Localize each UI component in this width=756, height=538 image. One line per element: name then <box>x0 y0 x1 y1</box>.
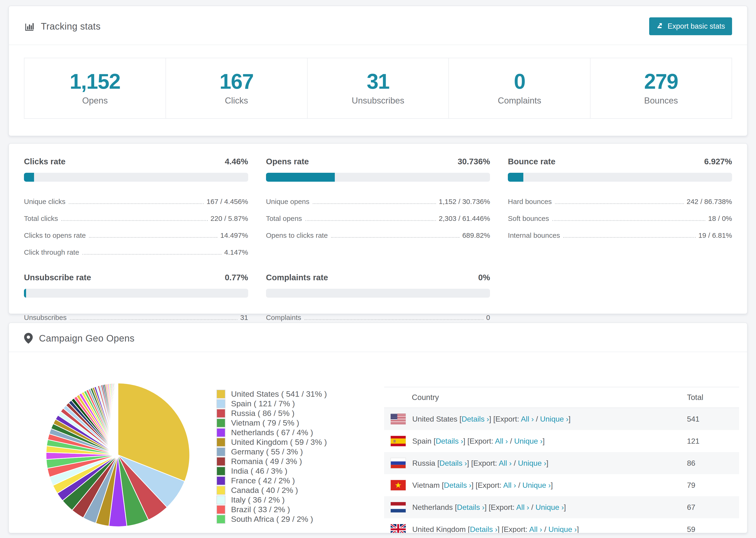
legend-swatch <box>216 515 225 524</box>
export-all-link[interactable]: All › <box>516 503 529 511</box>
rate-value: 0% <box>478 273 490 282</box>
rate-title: Opens rate <box>266 157 309 166</box>
rate-title: Complaints rate <box>266 273 328 282</box>
export-unique-link[interactable]: Unique › <box>522 481 551 489</box>
details-link[interactable]: Details › <box>436 437 463 445</box>
geo-table-row-ru: Russia [Details ›] [Export: All › / Uniq… <box>384 452 739 474</box>
legend-item-france[interactable]: France ( 42 / 2% ) <box>216 476 327 485</box>
flag-icon-vn <box>391 480 406 490</box>
export-unique-link[interactable]: Unique › <box>549 525 577 534</box>
dotted-leader <box>69 203 204 204</box>
legend-swatch <box>216 486 225 495</box>
details-link[interactable]: Details › <box>457 503 484 511</box>
stat-value: 1,152 <box>70 71 120 92</box>
legend-swatch <box>216 409 225 418</box>
country-name: Vietnam <box>412 481 440 489</box>
stat-label: Opens <box>82 96 108 106</box>
tracking-stats-title: Tracking stats <box>24 21 100 32</box>
export-all-link[interactable]: All › <box>499 459 512 467</box>
stat-value: 0 <box>514 71 525 92</box>
legend-label: Romania ( 49 / 3% ) <box>231 457 302 466</box>
legend-item-spain[interactable]: Spain ( 121 / 7% ) <box>216 399 327 408</box>
legend-label: South Africa ( 29 / 2% ) <box>231 514 313 524</box>
total-cell: 67 <box>687 503 695 512</box>
details-link[interactable]: Details › <box>440 459 467 467</box>
details-link[interactable]: Details › <box>444 481 471 489</box>
rate-detail-row: Opens to clicks rate689.82% <box>266 223 490 240</box>
dotted-leader <box>555 203 684 204</box>
legend-swatch <box>216 438 225 447</box>
legend-item-south-africa[interactable]: South Africa ( 29 / 2% ) <box>216 514 327 524</box>
rate-value: 30.736% <box>458 157 490 166</box>
export-all-link[interactable]: All › <box>495 437 508 445</box>
dotted-leader <box>552 220 705 221</box>
rate-progress-bar <box>266 289 490 297</box>
rate-detail-value: 1,152 / 30.736% <box>439 198 490 206</box>
export-all-link[interactable]: All › <box>529 525 542 534</box>
rate-detail-value: 31 <box>240 314 248 322</box>
total-column-header: Total <box>687 393 703 402</box>
legend-item-romania[interactable]: Romania ( 49 / 3% ) <box>216 457 327 466</box>
legend-label: Spain ( 121 / 7% ) <box>231 399 295 408</box>
legend-item-netherlands[interactable]: Netherlands ( 67 / 4% ) <box>216 428 327 437</box>
legend-item-germany[interactable]: Germany ( 55 / 3% ) <box>216 447 327 457</box>
dashboard-page: { "accent_color": "#1b8ba3", "link_color… <box>0 0 756 538</box>
legend-item-vietnam[interactable]: Vietnam ( 79 / 5% ) <box>216 418 327 428</box>
geo-opens-pie-chart <box>44 381 192 529</box>
total-cell: 59 <box>687 525 695 534</box>
legend-label: Germany ( 55 / 3% ) <box>231 447 303 456</box>
export-unique-link[interactable]: Unique › <box>540 415 568 423</box>
stat-label: Unsubscribes <box>352 96 404 106</box>
legend-item-united-states[interactable]: United States ( 541 / 31% ) <box>216 389 327 399</box>
details-link[interactable]: Details › <box>461 415 489 423</box>
legend-label: Italy ( 36 / 2% ) <box>231 495 285 505</box>
rate-detail-value: 0 <box>486 314 490 322</box>
rate-detail-value: 4.147% <box>224 248 248 256</box>
geo-table-row-us: United States [Details ›] [Export: All ›… <box>384 408 739 430</box>
legend-swatch <box>216 467 225 476</box>
legend-item-india[interactable]: India ( 46 / 3% ) <box>216 466 327 476</box>
export-unique-link[interactable]: Unique › <box>514 437 543 445</box>
legend-label: Russia ( 86 / 5% ) <box>231 409 295 418</box>
stat-value: 31 <box>367 71 389 92</box>
dotted-leader <box>70 319 238 320</box>
geo-title: Campaign Geo Opens <box>24 333 135 344</box>
geo-content: United States ( 541 / 31% )Spain ( 121 /… <box>9 352 747 530</box>
legend-label: Canada ( 40 / 2% ) <box>231 486 298 495</box>
legend-item-brazil[interactable]: Brazil ( 33 / 2% ) <box>216 505 327 514</box>
export-unique-link[interactable]: Unique › <box>518 459 546 467</box>
geo-table-row-gb: United Kingdom [Details ›] [Export: All … <box>384 518 739 533</box>
rate-detail-label: Total clicks <box>24 215 58 223</box>
legend-label: India ( 46 / 3% ) <box>231 466 287 476</box>
total-cell: 121 <box>687 437 699 446</box>
export-unique-link[interactable]: Unique › <box>536 503 564 511</box>
geo-opens-table: Country Total United States [Details ›] … <box>384 387 739 533</box>
rate-section-opens-rate: Opens rate30.736%Unique opens1,152 / 30.… <box>266 157 490 256</box>
rate-detail-label: Complaints <box>266 314 301 322</box>
rate-detail-row: Unique opens1,152 / 30.736% <box>266 189 490 206</box>
export-all-link[interactable]: All › <box>521 415 534 423</box>
legend-item-canada[interactable]: Canada ( 40 / 2% ) <box>216 485 327 495</box>
rate-detail-row: Click through rate4.147% <box>24 240 248 256</box>
geo-table-header-row: Country Total <box>384 387 739 408</box>
legend-item-russia[interactable]: Russia ( 86 / 5% ) <box>216 408 327 418</box>
rate-title: Bounce rate <box>508 157 555 166</box>
country-cell: United Kingdom [Details ›] [Export: All … <box>412 525 579 534</box>
tracking-stats-title-text: Tracking stats <box>41 21 100 32</box>
geo-table-row-nl: Netherlands [Details ›] [Export: All › /… <box>384 496 739 518</box>
legend-item-italy[interactable]: Italy ( 36 / 2% ) <box>216 495 327 505</box>
flag-icon-ru <box>391 458 406 468</box>
legend-swatch <box>216 428 225 437</box>
tracking-stats-header: Tracking stats Export basic stats <box>9 6 747 35</box>
rate-progress-bar <box>24 289 248 297</box>
legend-swatch <box>216 476 225 485</box>
rate-detail-label: Soft bounces <box>508 215 549 223</box>
legend-swatch <box>216 447 225 456</box>
rate-detail-label: Click through rate <box>24 248 79 256</box>
details-link[interactable]: Details › <box>470 525 497 534</box>
rate-detail-row: Total clicks220 / 5.87% <box>24 206 248 223</box>
legend-item-united-kingdom[interactable]: United Kingdom ( 59 / 3% ) <box>216 437 327 447</box>
rates-panel: Clicks rate4.46%Unique clicks167 / 4.456… <box>9 143 747 314</box>
export-all-link[interactable]: All › <box>503 481 516 489</box>
export-basic-stats-button[interactable]: Export basic stats <box>649 17 732 35</box>
